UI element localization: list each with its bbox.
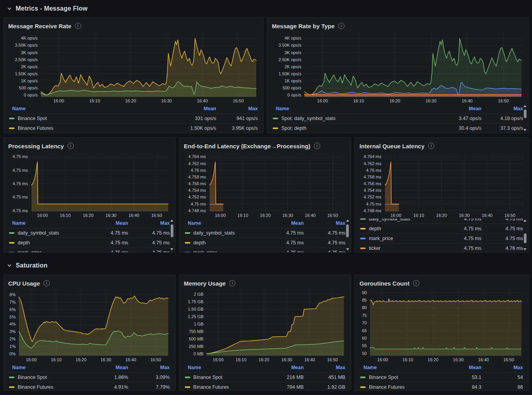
svg-text:1.50 GB: 1.50 GB [188, 307, 203, 311]
legend-col-mean[interactable]: Mean [175, 106, 216, 111]
scrollbar-down-arrow-icon[interactable] [170, 247, 174, 251]
svg-text:4.754 ms: 4.754 ms [188, 188, 206, 193]
legend-row[interactable]: Binance Futures1.50K ops/s3.95K ops/s [9, 123, 258, 133]
time-series-chart[interactable]: 4.75 ms4.75 ms4.75 ms4.75 ms4.75 ms16:00… [7, 152, 171, 218]
time-series-chart[interactable]: 4K ops/s3.50K ops/s3K ops/s2.50K ops/s2K… [271, 32, 525, 104]
info-icon[interactable]: i [229, 280, 235, 286]
time-series-chart[interactable]: 4.764 ms4.762 ms4.76 ms4.758 ms4.756 ms4… [359, 152, 525, 218]
legend-row[interactable]: depth4.75 ms4.75 ms [185, 238, 346, 248]
legend-row[interactable]: daily_symbol_stats4.75 ms4.75 ms [9, 228, 170, 238]
legend-row[interactable]: Binance Spot331 ops/s941 ops/s [9, 113, 258, 123]
legend-col-name[interactable]: Name [276, 106, 289, 111]
legend-col-max[interactable]: Max [481, 106, 523, 111]
legend-col-name[interactable]: Name [12, 106, 26, 111]
legend-row[interactable]: Binance Spot53.154 [360, 372, 523, 382]
svg-text:16:50: 16:50 [151, 213, 162, 218]
legend-row[interactable]: Binance Futures794 MB1.92 GB [185, 382, 346, 390]
legend-col-max[interactable]: Max [216, 106, 258, 111]
legend-col-name[interactable]: Name [188, 220, 201, 226]
scrollbar-down-arrow-icon[interactable] [523, 128, 527, 132]
legend: NameMeanMaxBinance Spot331 ops/s941 ops/… [4, 104, 263, 133]
legend-col-mean[interactable]: Mean [262, 220, 304, 226]
info-icon[interactable]: i [314, 143, 320, 149]
legend-col-name[interactable]: Name [188, 365, 201, 370]
legend-row[interactable]: Spot: depth30.4 ops/s37.3 ops/s [273, 123, 523, 133]
series-line-series-yellow [31, 162, 168, 204]
legend-row[interactable]: Binance Futures4.91%7.79% [9, 382, 170, 390]
scrollbar-up-arrow-icon[interactable] [170, 218, 174, 223]
time-series-chart[interactable]: 90858075706560555016:0016:1016:2016:3016… [359, 289, 525, 363]
info-icon[interactable]: i [338, 23, 344, 29]
legend-col-max[interactable]: Max [128, 365, 170, 370]
time-series-chart[interactable]: 8%7%6%5%4%3%2%1%0%16:0016:1016:2016:3016… [7, 289, 171, 363]
scrollbar-up-arrow-icon[interactable] [523, 104, 527, 108]
legend-row[interactable]: depth4.75 ms4.75 ms [360, 224, 523, 233]
legend-scrollbar[interactable] [345, 218, 350, 251]
panel-title[interactable]: Goroutines Count [359, 280, 410, 287]
legend-col-mean[interactable]: Mean [87, 220, 128, 226]
panel-title[interactable]: Processing Latency [8, 143, 64, 149]
section-header-metrics-message-flow[interactable]: Metrics - Message Flow [3, 0, 529, 17]
legend-scrollbar[interactable] [523, 104, 527, 132]
panel-title[interactable]: Internal Queue Latency [359, 143, 425, 149]
legend-col-mean[interactable]: Mean [87, 365, 128, 370]
scrollbar-thumb[interactable] [524, 233, 527, 243]
svg-text:16:50: 16:50 [233, 98, 244, 103]
legend-scrollbar[interactable] [523, 218, 527, 251]
legend-row[interactable]: Binance Futures84.386 [360, 382, 523, 390]
legend-col-max[interactable]: Max [128, 220, 170, 226]
legend-row[interactable]: mark_price4.75 ms4.75 ms [9, 248, 170, 252]
legend-row[interactable]: daily_symbol_stats4.75 ms4.75 ms [360, 218, 523, 224]
legend-col-max[interactable]: Max [304, 365, 345, 370]
legend-col-name[interactable]: Name [12, 365, 26, 370]
legend-series-name: depth [18, 240, 30, 246]
info-icon[interactable]: i [75, 23, 81, 29]
legend-col-name[interactable]: Name [12, 220, 26, 226]
scrollbar-down-arrow-icon[interactable] [345, 247, 350, 251]
svg-text:16:30: 16:30 [106, 213, 116, 218]
info-icon[interactable]: i [413, 280, 419, 286]
legend-mean-value: 84.3 [440, 384, 481, 390]
scrollbar-down-arrow-icon[interactable] [523, 247, 527, 251]
svg-text:5%: 5% [9, 315, 16, 319]
scrollbar-thumb[interactable] [524, 109, 527, 118]
scrollbar-thumb[interactable] [171, 224, 173, 237]
time-series-chart[interactable]: 4.764 ms4.762 ms4.76 ms4.758 ms4.756 ms4… [183, 152, 347, 218]
time-series-chart[interactable]: 4K ops/s3.50K ops/s3K ops/s2.50K ops/s2K… [7, 32, 259, 104]
svg-text:16:30: 16:30 [161, 98, 172, 103]
scrollbar-up-arrow-icon[interactable] [345, 218, 350, 223]
legend-col-max[interactable]: Max [304, 220, 345, 226]
info-icon[interactable]: i [428, 143, 434, 149]
svg-text:16:20: 16:20 [436, 213, 447, 218]
scrollbar-thumb[interactable] [346, 224, 349, 237]
info-icon[interactable]: i [44, 280, 50, 286]
panel-title[interactable]: Memory Usage [184, 280, 226, 287]
legend-scrollbar[interactable] [170, 218, 174, 251]
panel-title[interactable]: Message Rate by Type [272, 23, 335, 29]
legend-mean-value: 1.86% [87, 375, 128, 380]
legend-row[interactable]: depth4.75 ms4.75 ms [9, 238, 170, 248]
series-color-swatch [360, 238, 366, 239]
legend-row[interactable]: Binance Spot1.86%3.09% [9, 372, 170, 382]
legend-row[interactable]: daily_symbol_stats4.75 ms4.75 ms [185, 228, 346, 238]
legend-col-max[interactable]: Max [481, 365, 523, 370]
legend-row[interactable]: mark_price4.75 ms4.75 ms [360, 233, 523, 243]
info-icon[interactable]: i [67, 143, 74, 149]
section-header-saturation[interactable]: Saturation [3, 257, 529, 275]
legend-col-mean[interactable]: Mean [440, 365, 481, 370]
legend-row[interactable]: ticker4.75 ms4.76 ms [360, 243, 523, 252]
panel-title[interactable]: CPU Usage [8, 280, 40, 287]
scrollbar-up-arrow-icon[interactable] [523, 218, 527, 223]
legend-row[interactable]: mark_price4.75 ms4.75 ms [185, 248, 346, 252]
panel-title[interactable]: Message Receive Rate [8, 23, 71, 29]
legend-row[interactable]: Binance Spot216 MB451 MB [185, 372, 346, 382]
panel-title[interactable]: End-to-End Latency (Exchange→Processing) [184, 143, 311, 149]
svg-text:70: 70 [362, 320, 367, 325]
legend-series-name: Binance Spot [369, 375, 398, 380]
series-color-swatch [9, 377, 15, 378]
legend-row[interactable]: Spot: daily_symbol_stats3.47 ops/s4.18 o… [273, 113, 523, 123]
time-series-chart[interactable]: 2 GB1.75 GB1.50 GB1.25 GB1 GB750 MB500 M… [183, 289, 347, 363]
legend-col-mean[interactable]: Mean [262, 365, 304, 370]
legend-col-mean[interactable]: Mean [440, 106, 481, 111]
legend-col-name[interactable]: Name [363, 365, 377, 370]
